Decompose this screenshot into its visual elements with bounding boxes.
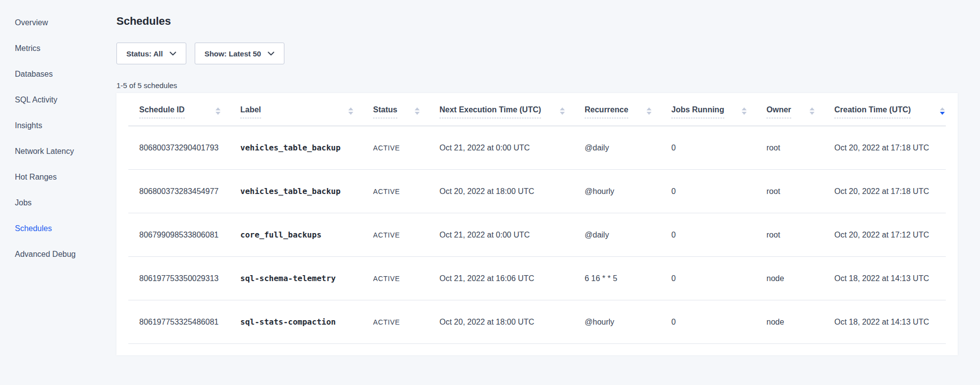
schedules-table-card: Schedule ID Label Status Next Execution … [116, 93, 958, 355]
column-header-label: Jobs Running [671, 105, 724, 118]
sidebar-item-hot-ranges[interactable]: Hot Ranges [15, 173, 115, 182]
cell-schedule-id: 806800373283454977 [139, 187, 240, 196]
cell-owner: node [766, 274, 834, 283]
sidebar-item-schedules[interactable]: Schedules [15, 224, 115, 233]
sidebar-item-advanced-debug[interactable]: Advanced Debug [15, 250, 115, 259]
column-header-creation-time[interactable]: Creation Time (UTC) [834, 105, 946, 118]
results-count: 1-5 of 5 schedules [116, 81, 957, 90]
cell-owner: node [766, 318, 834, 327]
sort-icon [742, 107, 747, 115]
cell-recurrence: @daily [585, 231, 671, 240]
column-header-jobs-running[interactable]: Jobs Running [671, 105, 766, 118]
cell-owner: root [766, 144, 834, 152]
column-header-label[interactable]: Label [240, 105, 373, 118]
table-row: 806799098533806081 core_full_backups ACT… [116, 213, 958, 256]
show-filter-dropdown[interactable]: Show: Latest 50 [195, 43, 284, 64]
cell-next-execution: Oct 20, 2022 at 18:00 UTC [439, 187, 585, 196]
cell-jobs-running: 0 [671, 274, 766, 283]
sort-icon [560, 107, 565, 115]
sidebar-item-insights[interactable]: Insights [15, 121, 115, 130]
column-header-label: Label [240, 105, 261, 118]
sort-icon [810, 107, 815, 115]
table-row: 806197753350029313 sql-schema-telemetry … [116, 257, 958, 300]
sort-icon [415, 107, 420, 115]
table-row: 806800373283454977 vehicles_table_backup… [116, 170, 958, 213]
sidebar: Overview Metrics Databases SQL Activity … [0, 0, 115, 276]
cell-schedule-id: 806197753350029313 [139, 274, 240, 283]
sidebar-item-overview[interactable]: Overview [15, 18, 115, 27]
cell-owner: root [766, 231, 834, 240]
column-header-schedule-id[interactable]: Schedule ID [139, 105, 240, 118]
sort-desc-icon [940, 107, 945, 115]
cell-creation-time: Oct 18, 2022 at 14:13 UTC [834, 274, 946, 283]
cell-recurrence: @hourly [585, 187, 671, 196]
row-divider [128, 343, 946, 344]
cell-label: core_full_backups [240, 230, 373, 240]
chevron-down-icon [169, 51, 176, 56]
cell-creation-time: Oct 18, 2022 at 14:13 UTC [834, 318, 946, 327]
status-filter-dropdown[interactable]: Status: All [116, 43, 186, 64]
cell-recurrence: @hourly [585, 318, 671, 327]
cell-jobs-running: 0 [671, 187, 766, 196]
column-header-label: Status [373, 105, 397, 118]
cell-label: sql-schema-telemetry [240, 274, 373, 283]
sort-icon [348, 107, 353, 115]
cell-label: sql-stats-compaction [240, 317, 373, 327]
cell-status: ACTIVE [373, 144, 439, 152]
column-header-label: Schedule ID [139, 105, 185, 118]
column-header-owner[interactable]: Owner [766, 105, 834, 118]
main-content: Schedules Status: All Show: Latest 50 1-… [115, 0, 980, 355]
column-header-recurrence[interactable]: Recurrence [585, 105, 671, 118]
sort-icon [216, 107, 220, 115]
cell-label: vehicles_table_backup [240, 143, 373, 152]
table-header-row: Schedule ID Label Status Next Execution … [116, 93, 958, 126]
cell-schedule-id: 806799098533806081 [139, 231, 240, 240]
cell-jobs-running: 0 [671, 144, 766, 152]
cell-schedule-id: 806800373290401793 [139, 144, 240, 152]
show-filter-label: Show: Latest 50 [205, 49, 261, 58]
cell-recurrence: @daily [585, 144, 671, 152]
page-title: Schedules [116, 15, 957, 28]
cell-status: ACTIVE [373, 188, 439, 195]
column-header-label: Next Execution Time (UTC) [439, 105, 541, 118]
cell-creation-time: Oct 20, 2022 at 17:12 UTC [834, 231, 946, 240]
sidebar-item-jobs[interactable]: Jobs [15, 198, 115, 207]
column-header-next-execution-time[interactable]: Next Execution Time (UTC) [439, 105, 585, 118]
status-filter-label: Status: All [126, 49, 163, 58]
filters-bar: Status: All Show: Latest 50 [116, 43, 957, 64]
sidebar-item-databases[interactable]: Databases [15, 70, 115, 79]
cell-status: ACTIVE [373, 318, 439, 326]
cell-jobs-running: 0 [671, 318, 766, 327]
chevron-down-icon [268, 51, 274, 56]
cell-jobs-running: 0 [671, 231, 766, 240]
cell-next-execution: Oct 20, 2022 at 18:00 UTC [439, 318, 585, 327]
table-row: 806197753325486081 sql-stats-compaction … [116, 300, 958, 343]
cell-next-execution: Oct 21, 2022 at 16:06 UTC [439, 274, 585, 283]
column-header-status[interactable]: Status [373, 105, 439, 118]
table-row: 806800373290401793 vehicles_table_backup… [116, 126, 958, 169]
sort-icon [647, 107, 652, 115]
cell-next-execution: Oct 21, 2022 at 0:00 UTC [439, 144, 585, 152]
cell-creation-time: Oct 20, 2022 at 17:18 UTC [834, 187, 946, 196]
cell-label: vehicles_table_backup [240, 187, 373, 196]
cell-owner: root [766, 187, 834, 196]
cell-schedule-id: 806197753325486081 [139, 318, 240, 327]
cell-status: ACTIVE [373, 231, 439, 239]
column-header-label: Recurrence [585, 105, 628, 118]
column-header-label: Owner [766, 105, 791, 118]
sidebar-item-network-latency[interactable]: Network Latency [15, 147, 115, 156]
cell-creation-time: Oct 20, 2022 at 17:18 UTC [834, 144, 946, 152]
column-header-label: Creation Time (UTC) [834, 105, 911, 118]
sidebar-nav-list: Overview Metrics Databases SQL Activity … [15, 18, 115, 259]
cell-status: ACTIVE [373, 275, 439, 283]
cell-recurrence: 6 16 * * 5 [585, 274, 671, 283]
sidebar-item-metrics[interactable]: Metrics [15, 44, 115, 53]
sidebar-item-sql-activity[interactable]: SQL Activity [15, 96, 115, 104]
cell-next-execution: Oct 21, 2022 at 0:00 UTC [439, 231, 585, 240]
